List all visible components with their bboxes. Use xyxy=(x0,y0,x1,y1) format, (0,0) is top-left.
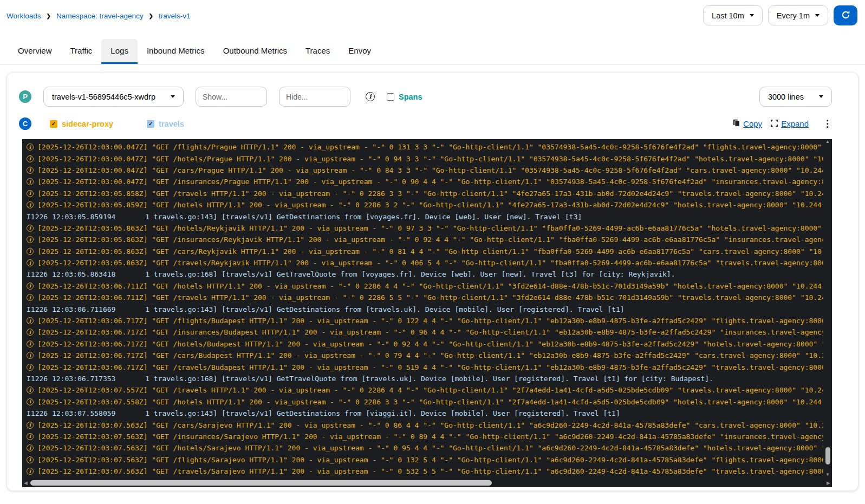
info-icon[interactable]: i xyxy=(27,398,34,405)
info-icon[interactable]: i xyxy=(27,352,34,359)
log-line-text: [2025-12-26T12:03:00.047Z] "GET /insuran… xyxy=(37,178,823,186)
log-line: I1226 12:03:07.558059 1 travels.go:143] … xyxy=(27,408,823,419)
log-line: i[2025-12-26T12:03:05.858Z] "GET /travel… xyxy=(27,188,823,199)
log-line-text: I1226 12:03:05.859194 1 travels.go:143] … xyxy=(27,213,582,221)
info-icon[interactable]: i xyxy=(27,201,34,208)
spans-toggle[interactable]: Spans xyxy=(387,93,422,101)
info-icon[interactable]: i xyxy=(27,444,34,451)
vertical-scrollbar-thumb[interactable] xyxy=(825,447,830,464)
info-icon[interactable]: i xyxy=(27,294,34,301)
info-icon[interactable]: i xyxy=(27,364,34,371)
log-line: I1226 12:03:06.711669 1 travels.go:143] … xyxy=(27,303,823,315)
kebab-menu-icon[interactable]: ⋮ xyxy=(823,119,832,128)
log-line-text: [2025-12-26T12:03:06.717Z] "GET /insuran… xyxy=(37,328,823,336)
refresh-button[interactable] xyxy=(834,5,857,25)
log-line-text: [2025-12-26T12:03:06.711Z] "GET /hotels … xyxy=(37,282,823,290)
travels-checkbox[interactable]: ✓ xyxy=(147,120,154,128)
info-icon[interactable]: i xyxy=(27,341,34,348)
copy-action[interactable]: Copy xyxy=(733,119,762,129)
info-icon[interactable]: i xyxy=(27,468,34,475)
tab-traces[interactable]: Traces xyxy=(296,39,339,64)
info-icon[interactable]: i xyxy=(27,259,34,266)
log-line-text: [2025-12-26T12:03:07.557Z] "GET /travels… xyxy=(37,386,823,394)
copy-link[interactable]: Copy xyxy=(743,119,762,128)
sidecar-proxy-label: sidecar-proxy xyxy=(62,120,113,128)
log-line: I1226 12:03:06.717353 1 travels.go:168] … xyxy=(27,373,823,384)
pod-select[interactable]: travels-v1-56895446c5-xwdrp xyxy=(43,87,184,107)
log-line: i[2025-12-26T12:03:07.563Z] "GET /hotels… xyxy=(27,442,823,454)
pod-select-value: travels-v1-56895446c5-xwdrp xyxy=(52,93,155,101)
log-line-text: [2025-12-26T12:03:07.563Z] "GET /flights… xyxy=(37,456,823,464)
horizontal-scrollbar-track[interactable] xyxy=(29,479,825,487)
scroll-left-icon[interactable]: ◀ xyxy=(22,480,29,486)
info-icon[interactable]: i xyxy=(27,329,34,336)
log-line: i[2025-12-26T12:03:00.047Z] "GET /insura… xyxy=(27,176,823,187)
breadcrumb-link-workloads[interactable]: Workloads xyxy=(6,12,41,20)
log-line: i[2025-12-26T12:03:00.047Z] "GET /hotels… xyxy=(27,153,823,164)
scroll-right-icon[interactable]: ▶ xyxy=(825,480,832,486)
hide-filter-input[interactable] xyxy=(279,87,350,107)
container-toggle-sidecar-proxy[interactable]: ✓ sidecar-proxy xyxy=(50,120,113,128)
expand-icon xyxy=(771,119,778,129)
info-icon[interactable]: i xyxy=(27,167,34,174)
breadcrumb-link-namespace[interactable]: Namespace: travel-agency xyxy=(56,12,144,20)
info-icon[interactable]: i xyxy=(27,236,34,243)
scroll-down-icon[interactable]: ▼ xyxy=(825,472,830,477)
log-line: i[2025-12-26T12:03:00.047Z] "GET /flight… xyxy=(27,141,823,153)
spans-label: Spans xyxy=(399,93,422,101)
log-pane: i[2025-12-26T12:03:00.047Z] "GET /flight… xyxy=(22,139,832,487)
info-icon[interactable]: i xyxy=(27,178,34,185)
log-line: i[2025-12-26T12:03:06.711Z] "GET /travel… xyxy=(27,292,823,303)
sidecar-proxy-checkbox[interactable]: ✓ xyxy=(50,120,57,128)
spans-checkbox[interactable] xyxy=(387,93,394,101)
container-badge: C xyxy=(19,117,31,130)
tab-inbound-metrics[interactable]: Inbound Metrics xyxy=(138,39,214,64)
horizontal-scrollbar[interactable]: ◀ ▶ xyxy=(22,479,832,487)
scroll-up-icon[interactable]: ▲ xyxy=(825,139,830,145)
vertical-scrollbar[interactable]: ▲ ▼ xyxy=(823,139,832,479)
log-line: i[2025-12-26T12:03:06.711Z] "GET /hotels… xyxy=(27,280,823,292)
log-line: I1226 12:03:05.863418 1 travels.go:168] … xyxy=(27,269,823,280)
info-icon[interactable]: i xyxy=(27,317,34,324)
info-icon[interactable]: i xyxy=(27,225,34,232)
log-line: i[2025-12-26T12:03:07.563Z] "GET /flight… xyxy=(27,454,823,466)
time-controls: Last 10m Every 1m xyxy=(703,5,857,25)
duration-select[interactable]: Last 10m xyxy=(703,5,763,25)
log-line-text: [2025-12-26T12:03:07.558Z] "GET /hotels … xyxy=(37,398,823,406)
info-icon[interactable]: i xyxy=(27,433,34,440)
chevron-down-icon xyxy=(815,14,820,17)
info-icon[interactable]: i xyxy=(27,283,34,290)
info-icon[interactable]: i xyxy=(27,143,34,150)
info-icon[interactable]: i xyxy=(366,92,375,101)
container-toggle-travels[interactable]: ✓ travels xyxy=(147,120,184,128)
breadcrumb-link-workload[interactable]: travels-v1 xyxy=(159,12,191,20)
tab-outbound-metrics[interactable]: Outbound Metrics xyxy=(214,39,296,64)
log-line-text: [2025-12-26T12:03:07.563Z] "GET /insuran… xyxy=(37,433,823,441)
log-line: i[2025-12-26T12:03:05.863Z] "GET /travel… xyxy=(27,257,823,269)
horizontal-scrollbar-thumb[interactable] xyxy=(30,480,492,486)
log-line-text: I1226 12:03:06.717353 1 travels.go:168] … xyxy=(27,375,713,383)
lines-select[interactable]: 3000 lines xyxy=(759,87,832,107)
tab-overview[interactable]: Overview xyxy=(9,39,61,64)
refresh-interval-select[interactable]: Every 1m xyxy=(768,5,828,25)
log-line: i[2025-12-26T12:03:07.563Z] "GET /cars/S… xyxy=(27,419,823,430)
info-icon[interactable]: i xyxy=(27,456,34,463)
log-line-text: [2025-12-26T12:03:00.047Z] "GET /flights… xyxy=(37,143,823,151)
info-icon[interactable]: i xyxy=(27,422,34,429)
refresh-interval-value: Every 1m xyxy=(777,11,810,20)
tab-logs[interactable]: Logs xyxy=(101,39,138,64)
chevron-right-icon: ❯ xyxy=(149,13,153,19)
info-icon[interactable]: i xyxy=(27,190,34,197)
log-line-text: [2025-12-26T12:03:07.563Z] "GET /travels… xyxy=(37,467,823,475)
tab-envoy[interactable]: Envoy xyxy=(339,39,380,64)
tab-traffic[interactable]: Traffic xyxy=(61,39,102,64)
expand-link[interactable]: Expand xyxy=(781,119,809,128)
log-line-text: [2025-12-26T12:03:06.717Z] "GET /flights… xyxy=(37,317,823,325)
log-actions: Copy Expand ⋮ xyxy=(733,119,832,129)
info-icon[interactable]: i xyxy=(27,387,34,394)
info-icon[interactable]: i xyxy=(27,248,34,255)
expand-action[interactable]: Expand xyxy=(771,119,809,129)
log-line: i[2025-12-26T12:03:05.863Z] "GET /insura… xyxy=(27,234,823,245)
info-icon[interactable]: i xyxy=(27,155,34,162)
show-filter-input[interactable] xyxy=(196,87,267,107)
